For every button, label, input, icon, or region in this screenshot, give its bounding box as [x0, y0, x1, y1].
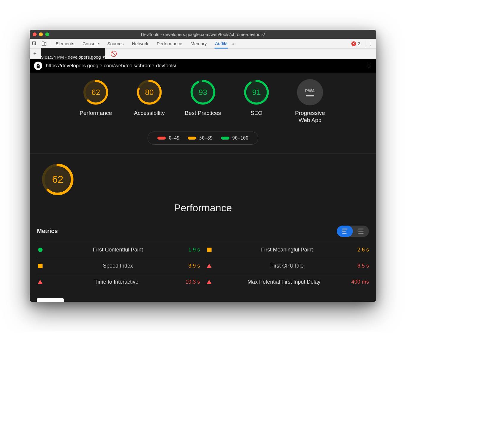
lighthouse-report: 62 Performance 80 Accessibility 93 Best …	[30, 73, 376, 302]
gauge-seo[interactable]: 91 SEO	[236, 79, 277, 124]
devtools-tabbar: ElementsConsoleSourcesNetworkPerformance…	[30, 39, 376, 49]
metric-row[interactable]: Speed Index 3.9 s	[37, 258, 200, 274]
titlebar: DevTools - developers.google.com/web/too…	[30, 30, 376, 39]
metric-row[interactable]: First CPU Idle 6.5 s	[206, 258, 369, 274]
status-poor-icon	[207, 280, 212, 284]
error-icon: ✕	[351, 41, 356, 46]
gauge-performance[interactable]: 62 Performance	[75, 79, 117, 124]
view-trace-button[interactable]	[37, 298, 64, 302]
performance-score: 62	[41, 163, 74, 196]
legend-pill-green	[221, 137, 229, 140]
metric-value: 1.9 s	[188, 247, 200, 253]
metric-value: 2.6 s	[357, 247, 369, 253]
error-count: 2	[358, 41, 360, 46]
gauge-label: SEO	[236, 110, 277, 117]
gauge-label: Performance	[75, 110, 117, 117]
status-poor-icon	[207, 264, 212, 268]
tab-elements[interactable]: Elements	[55, 39, 75, 49]
status-average-icon	[38, 264, 43, 268]
report-label: 9:01:34 PM - developers.goog	[41, 54, 101, 60]
metric-value: 6.5 s	[357, 263, 369, 269]
metric-value: 10.3 s	[185, 279, 200, 285]
metric-value: 400 ms	[351, 279, 369, 285]
metric-name: First Contentful Paint	[48, 247, 188, 253]
new-audit-button[interactable]: +	[30, 51, 40, 57]
toggle-detail-icon[interactable]	[353, 226, 369, 237]
gauge-progressive-web-app[interactable]: PWA Progressive Web App	[289, 79, 331, 124]
metrics-heading: Metrics	[37, 228, 58, 235]
metric-name: First CPU Idle	[217, 263, 357, 269]
tab-sources[interactable]: Sources	[107, 39, 124, 49]
tab-audits[interactable]: Audits	[215, 39, 228, 49]
audits-toolbar: + 9:01:34 PM - developers.goog ▾ 🚫	[30, 49, 376, 59]
devtools-window: DevTools - developers.google.com/web/too…	[30, 30, 376, 302]
tab-memory[interactable]: Memory	[190, 39, 207, 49]
metric-name: Time to Interactive	[48, 279, 185, 285]
error-counter[interactable]: ✕ 2	[351, 41, 360, 46]
metric-name: First Meaningful Paint	[217, 247, 357, 253]
gauge-score: 91	[243, 79, 270, 105]
kebab-menu-icon[interactable]: ⋮	[367, 40, 375, 47]
metric-row[interactable]: First Meaningful Paint 2.6 s	[206, 242, 369, 258]
legend-pill-red	[157, 137, 166, 140]
maximize-window-button[interactable]	[45, 32, 49, 36]
report-menu-icon[interactable]: ⋮	[366, 62, 372, 69]
metric-value: 3.9 s	[188, 263, 200, 269]
tab-performance[interactable]: Performance	[156, 39, 183, 49]
performance-title: Performance	[37, 202, 369, 214]
tab-console[interactable]: Console	[82, 39, 100, 49]
legend-red: 0–49	[169, 135, 179, 141]
audited-url: https://developers.google.com/web/tools/…	[46, 63, 176, 69]
pwa-icon: PWA	[305, 88, 315, 93]
performance-section: 62 Performance Metrics First Contentful …	[30, 154, 376, 293]
gauge-accessibility[interactable]: 80 Accessibility	[129, 79, 170, 124]
metric-row[interactable]: Time to Interactive 10.3 s	[37, 274, 200, 290]
pwa-badge: PWA	[297, 79, 323, 105]
gauge-best-practices[interactable]: 93 Best Practices	[182, 79, 224, 124]
gauge-score: 93	[190, 79, 216, 105]
gauge-label: Best Practices	[182, 110, 224, 117]
status-poor-icon	[38, 280, 43, 284]
metric-row[interactable]: Max Potential First Input Delay 400 ms	[206, 274, 369, 290]
performance-gauge: 62	[37, 163, 79, 196]
metric-name: Speed Index	[48, 263, 188, 269]
svg-rect-1	[42, 42, 44, 45]
score-legend: 0–49 50–89 90–100	[148, 132, 258, 145]
device-toolbar-icon[interactable]	[39, 39, 49, 49]
svg-rect-3	[37, 65, 38, 66]
dropdown-icon: ▾	[103, 54, 105, 60]
legend-pill-orange	[188, 137, 196, 140]
gauge-score: 62	[83, 79, 109, 105]
gauge-score: 80	[136, 79, 162, 105]
report-urlbar: https://developers.google.com/web/tools/…	[30, 59, 376, 73]
window-controls	[33, 32, 49, 36]
close-window-button[interactable]	[33, 32, 37, 36]
metric-row[interactable]: First Contentful Paint 1.9 s	[37, 242, 200, 258]
gauge-label: Progressive Web App	[289, 110, 331, 124]
status-good-icon	[38, 248, 43, 252]
inspect-element-icon[interactable]	[30, 39, 39, 49]
report-dropdown[interactable]: 9:01:34 PM - developers.goog ▾	[41, 48, 105, 60]
metrics-view-toggle[interactable]	[337, 226, 369, 237]
metric-name: Max Potential First Input Delay	[217, 279, 351, 285]
clear-all-icon[interactable]: 🚫	[110, 51, 117, 57]
legend-green: 90–100	[232, 135, 248, 141]
legend-orange: 50–89	[199, 135, 212, 141]
status-average-icon	[207, 248, 212, 252]
lighthouse-icon	[34, 62, 42, 70]
window-title: DevTools - developers.google.com/web/too…	[30, 32, 376, 37]
svg-rect-2	[44, 43, 46, 45]
gauge-label: Accessibility	[129, 110, 170, 117]
minimize-window-button[interactable]	[39, 32, 43, 36]
more-tabs-button[interactable]: »	[228, 39, 237, 49]
tab-network[interactable]: Network	[132, 39, 149, 49]
toggle-summary-icon[interactable]	[337, 226, 353, 237]
